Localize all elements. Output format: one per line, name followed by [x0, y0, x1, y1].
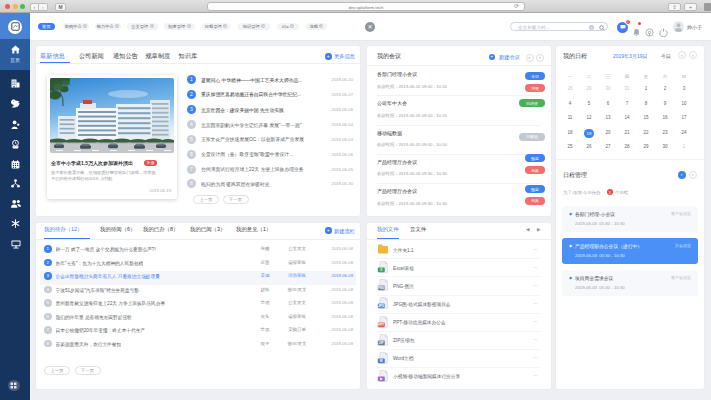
svg-text:X: X: [380, 269, 382, 273]
svg-text:PPT: PPT: [378, 323, 384, 327]
svg-text:PNG: PNG: [378, 287, 385, 291]
svg-text:W: W: [380, 359, 383, 363]
svg-text:ZIP: ZIP: [379, 341, 384, 345]
svg-text:JPG: JPG: [378, 305, 385, 309]
